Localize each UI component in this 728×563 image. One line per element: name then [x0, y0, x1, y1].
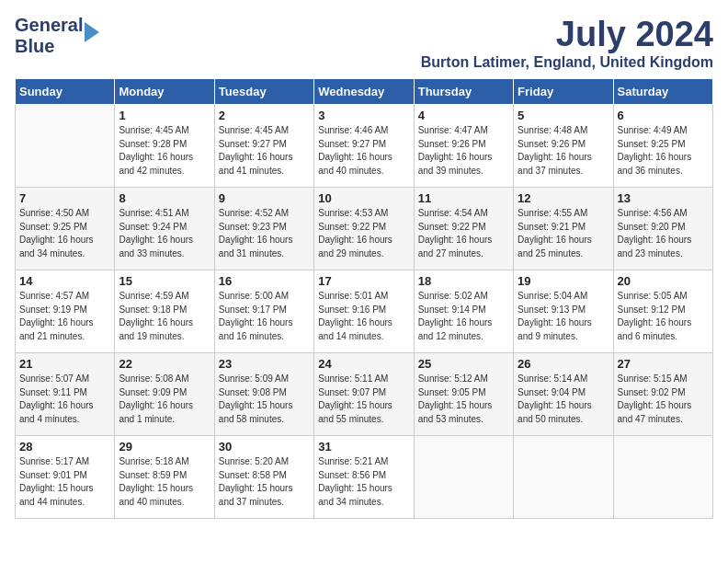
day-info: Sunrise: 5:05 AM Sunset: 9:12 PM Dayligh…: [618, 290, 709, 343]
day-number: 19: [518, 274, 609, 288]
day-number: 7: [19, 191, 110, 205]
day-cell: 16Sunrise: 5:00 AM Sunset: 9:17 PM Dayli…: [214, 270, 313, 353]
day-number: 18: [418, 274, 509, 288]
day-number: 28: [19, 440, 110, 454]
header: General Blue July 2024 Burton Latimer, E…: [15, 15, 713, 71]
day-cell: 23Sunrise: 5:09 AM Sunset: 9:08 PM Dayli…: [214, 353, 313, 436]
day-number: 4: [418, 109, 509, 122]
day-cell: [16, 105, 115, 188]
day-cell: 8Sunrise: 4:51 AM Sunset: 9:24 PM Daylig…: [115, 188, 214, 270]
day-info: Sunrise: 5:09 AM Sunset: 9:08 PM Dayligh…: [219, 373, 310, 426]
day-number: 30: [219, 440, 310, 454]
week-row-1: 1Sunrise: 4:45 AM Sunset: 9:28 PM Daylig…: [16, 105, 713, 188]
day-cell: 22Sunrise: 5:08 AM Sunset: 9:09 PM Dayli…: [115, 353, 214, 436]
weekday-header-wednesday: Wednesday: [314, 79, 414, 105]
day-cell: 12Sunrise: 4:55 AM Sunset: 9:21 PM Dayli…: [514, 188, 613, 270]
day-cell: 7Sunrise: 4:50 AM Sunset: 9:25 PM Daylig…: [16, 188, 115, 270]
day-cell: 13Sunrise: 4:56 AM Sunset: 9:20 PM Dayli…: [613, 188, 712, 270]
day-cell: 17Sunrise: 5:01 AM Sunset: 9:16 PM Dayli…: [314, 270, 414, 353]
day-cell: 20Sunrise: 5:05 AM Sunset: 9:12 PM Dayli…: [613, 270, 712, 353]
day-cell: 5Sunrise: 4:48 AM Sunset: 9:26 PM Daylig…: [514, 105, 613, 188]
day-info: Sunrise: 4:53 AM Sunset: 9:22 PM Dayligh…: [318, 207, 409, 260]
day-info: Sunrise: 4:48 AM Sunset: 9:26 PM Dayligh…: [518, 124, 609, 178]
weekday-header-friday: Friday: [514, 79, 613, 105]
location-title: Burton Latimer, England, United Kingdom: [421, 54, 713, 71]
day-cell: 19Sunrise: 5:04 AM Sunset: 9:13 PM Dayli…: [514, 270, 613, 353]
day-info: Sunrise: 4:55 AM Sunset: 9:21 PM Dayligh…: [518, 207, 609, 260]
day-number: 17: [318, 274, 409, 288]
day-info: Sunrise: 5:04 AM Sunset: 9:13 PM Dayligh…: [518, 290, 609, 343]
day-number: 21: [19, 357, 110, 371]
day-cell: [514, 436, 613, 519]
day-cell: 31Sunrise: 5:21 AM Sunset: 8:56 PM Dayli…: [314, 436, 414, 519]
day-number: 14: [19, 274, 110, 288]
day-cell: 30Sunrise: 5:20 AM Sunset: 8:58 PM Dayli…: [214, 436, 313, 519]
day-number: 6: [618, 109, 709, 122]
day-number: 29: [119, 440, 210, 454]
day-number: 2: [219, 109, 310, 122]
day-info: Sunrise: 5:07 AM Sunset: 9:11 PM Dayligh…: [19, 373, 110, 426]
day-number: 27: [618, 357, 709, 371]
day-number: 24: [318, 357, 409, 371]
day-info: Sunrise: 5:08 AM Sunset: 9:09 PM Dayligh…: [119, 373, 210, 426]
weekday-header-saturday: Saturday: [613, 79, 712, 105]
day-number: 1: [119, 109, 210, 122]
day-number: 11: [418, 191, 509, 205]
day-cell: 1Sunrise: 4:45 AM Sunset: 9:28 PM Daylig…: [115, 105, 214, 188]
title-block: July 2024 Burton Latimer, England, Unite…: [421, 15, 713, 71]
weekday-header-thursday: Thursday: [414, 79, 513, 105]
day-number: 12: [518, 191, 609, 205]
day-cell: 26Sunrise: 5:14 AM Sunset: 9:04 PM Dayli…: [514, 353, 613, 436]
month-title: July 2024: [421, 15, 713, 54]
day-info: Sunrise: 5:01 AM Sunset: 9:16 PM Dayligh…: [318, 290, 409, 343]
weekday-header-row: SundayMondayTuesdayWednesdayThursdayFrid…: [16, 79, 713, 105]
day-info: Sunrise: 4:46 AM Sunset: 9:27 PM Dayligh…: [318, 124, 409, 178]
day-cell: 18Sunrise: 5:02 AM Sunset: 9:14 PM Dayli…: [414, 270, 513, 353]
day-number: 10: [318, 191, 409, 205]
day-number: 26: [518, 357, 609, 371]
day-cell: 6Sunrise: 4:49 AM Sunset: 9:25 PM Daylig…: [613, 105, 712, 188]
day-info: Sunrise: 4:52 AM Sunset: 9:23 PM Dayligh…: [219, 207, 310, 260]
day-info: Sunrise: 5:12 AM Sunset: 9:05 PM Dayligh…: [418, 373, 509, 426]
day-cell: 3Sunrise: 4:46 AM Sunset: 9:27 PM Daylig…: [314, 105, 414, 188]
day-cell: 29Sunrise: 5:18 AM Sunset: 8:59 PM Dayli…: [115, 436, 214, 519]
day-number: 13: [618, 191, 709, 205]
day-info: Sunrise: 4:50 AM Sunset: 9:25 PM Dayligh…: [19, 207, 110, 260]
day-cell: 24Sunrise: 5:11 AM Sunset: 9:07 PM Dayli…: [314, 353, 414, 436]
day-number: 23: [219, 357, 310, 371]
day-number: 25: [418, 357, 509, 371]
day-info: Sunrise: 4:47 AM Sunset: 9:26 PM Dayligh…: [418, 124, 509, 178]
day-cell: 15Sunrise: 4:59 AM Sunset: 9:18 PM Dayli…: [115, 270, 214, 353]
day-info: Sunrise: 5:14 AM Sunset: 9:04 PM Dayligh…: [518, 373, 609, 426]
week-row-3: 14Sunrise: 4:57 AM Sunset: 9:19 PM Dayli…: [16, 270, 713, 353]
day-cell: 9Sunrise: 4:52 AM Sunset: 9:23 PM Daylig…: [214, 188, 313, 270]
weekday-header-monday: Monday: [115, 79, 214, 105]
day-cell: 4Sunrise: 4:47 AM Sunset: 9:26 PM Daylig…: [414, 105, 513, 188]
day-number: 16: [219, 274, 310, 288]
day-info: Sunrise: 4:49 AM Sunset: 9:25 PM Dayligh…: [618, 124, 709, 178]
day-info: Sunrise: 5:21 AM Sunset: 8:56 PM Dayligh…: [318, 455, 409, 509]
day-info: Sunrise: 5:00 AM Sunset: 9:17 PM Dayligh…: [219, 290, 310, 343]
weekday-header-tuesday: Tuesday: [214, 79, 313, 105]
logo: General Blue: [15, 15, 83, 57]
day-info: Sunrise: 5:20 AM Sunset: 8:58 PM Dayligh…: [219, 455, 310, 509]
day-cell: [414, 436, 513, 519]
day-cell: 21Sunrise: 5:07 AM Sunset: 9:11 PM Dayli…: [16, 353, 115, 436]
day-cell: 28Sunrise: 5:17 AM Sunset: 9:01 PM Dayli…: [16, 436, 115, 519]
day-info: Sunrise: 5:17 AM Sunset: 9:01 PM Dayligh…: [19, 455, 110, 509]
day-number: 3: [318, 109, 409, 122]
day-info: Sunrise: 4:56 AM Sunset: 9:20 PM Dayligh…: [618, 207, 709, 260]
day-cell: 10Sunrise: 4:53 AM Sunset: 9:22 PM Dayli…: [314, 188, 414, 270]
day-info: Sunrise: 5:18 AM Sunset: 8:59 PM Dayligh…: [119, 455, 210, 509]
day-cell: 25Sunrise: 5:12 AM Sunset: 9:05 PM Dayli…: [414, 353, 513, 436]
day-number: 15: [119, 274, 210, 288]
day-info: Sunrise: 5:15 AM Sunset: 9:02 PM Dayligh…: [618, 373, 709, 426]
week-row-5: 28Sunrise: 5:17 AM Sunset: 9:01 PM Dayli…: [16, 436, 713, 519]
day-number: 22: [119, 357, 210, 371]
weekday-header-sunday: Sunday: [16, 79, 115, 105]
day-number: 31: [318, 440, 409, 454]
week-row-2: 7Sunrise: 4:50 AM Sunset: 9:25 PM Daylig…: [16, 188, 713, 270]
day-info: Sunrise: 4:57 AM Sunset: 9:19 PM Dayligh…: [19, 290, 110, 343]
day-number: 5: [518, 109, 609, 122]
week-row-4: 21Sunrise: 5:07 AM Sunset: 9:11 PM Dayli…: [16, 353, 713, 436]
